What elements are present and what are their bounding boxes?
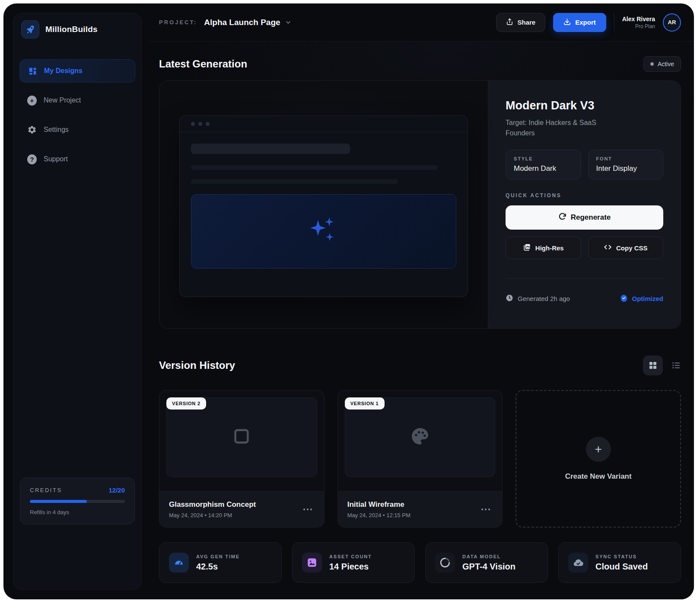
high-res-label: High-Res bbox=[535, 244, 564, 252]
optimized-status: Optimized bbox=[620, 294, 663, 303]
design-target: Target: Indie Hackers & SaaS Founders bbox=[506, 118, 623, 138]
page: MillionBuilds My Designs bbox=[0, 0, 700, 608]
sidebar-item-my-designs[interactable]: My Designs bbox=[19, 59, 135, 83]
user-name: Alex Rivera bbox=[622, 16, 655, 22]
browser-titlebar bbox=[180, 116, 468, 132]
design-info-panel: Modern Dark V3 Target: Indie Hackers & S… bbox=[488, 81, 681, 328]
stat-data-model: DATA MODEL GPT-4 Vision bbox=[425, 542, 548, 583]
view-toggle bbox=[643, 355, 681, 375]
version-thumbnail: VERSION 1 bbox=[345, 397, 496, 477]
credits-refill-note: Refills in 4 days bbox=[30, 509, 125, 515]
sidebar-item-settings[interactable]: Settings bbox=[19, 118, 135, 141]
list-view-button[interactable] bbox=[671, 361, 681, 370]
sidebar-nav: My Designs + New Project Settings bbox=[13, 59, 141, 171]
plus-icon: + bbox=[586, 437, 611, 462]
gauge-icon bbox=[169, 553, 189, 573]
dashboard-grid-icon bbox=[28, 66, 37, 76]
project-selector[interactable]: Alpha Launch Page bbox=[204, 18, 280, 27]
window-dot-icon bbox=[206, 122, 210, 126]
window-dot-icon bbox=[191, 122, 195, 126]
latest-generation-title: Latest Generation bbox=[159, 58, 247, 70]
window-outline-icon bbox=[232, 426, 251, 448]
user-info: Alex Rivera Pro Plan bbox=[622, 16, 655, 29]
clock-icon bbox=[506, 294, 513, 303]
more-options-icon[interactable] bbox=[479, 506, 493, 513]
create-new-variant-label: Create New Variant bbox=[565, 472, 632, 481]
export-button[interactable]: Export bbox=[553, 13, 606, 32]
credits-label: CREDITS bbox=[30, 487, 62, 493]
sidebar-item-label: Support bbox=[44, 155, 68, 163]
window-dot-icon bbox=[198, 122, 202, 126]
browser-body bbox=[180, 132, 468, 280]
share-button[interactable]: Share bbox=[496, 13, 546, 32]
skeleton-line bbox=[191, 179, 398, 184]
version-title: Glassmorphism Concept bbox=[169, 500, 256, 509]
panel-divider bbox=[506, 278, 663, 278]
palette-icon bbox=[410, 426, 430, 448]
status-badge-label: Active bbox=[658, 61, 674, 67]
share-label: Share bbox=[518, 19, 536, 26]
app-title: MillionBuilds bbox=[45, 25, 98, 34]
quick-actions-label: QUICK ACTIONS bbox=[506, 192, 663, 198]
main-zone: PROJECT: Alpha Launch Page Share bbox=[149, 3, 694, 599]
version-thumbnail: VERSION 2 bbox=[166, 397, 317, 477]
copy-css-button[interactable]: Copy CSS bbox=[588, 237, 664, 259]
sparkles-icon bbox=[308, 217, 340, 246]
high-res-button[interactable]: High-Res bbox=[506, 237, 581, 259]
status-badge: Active bbox=[643, 56, 681, 72]
sidebar: MillionBuilds My Designs bbox=[13, 13, 142, 590]
grid-view-button[interactable] bbox=[643, 355, 663, 375]
content: Latest Generation Active bbox=[149, 42, 694, 599]
avatar[interactable]: AR bbox=[663, 13, 681, 32]
sidebar-item-new-project[interactable]: + New Project bbox=[19, 89, 135, 112]
image-icon bbox=[302, 553, 322, 573]
stat-sync-status: SYNC STATUS Cloud Saved bbox=[558, 542, 681, 583]
topbar: PROJECT: Alpha Launch Page Share bbox=[149, 3, 694, 42]
skeleton-hero bbox=[191, 194, 456, 269]
version-card-1[interactable]: VERSION 1 bbox=[337, 390, 503, 528]
font-label: FONT bbox=[596, 156, 655, 161]
style-chip: STYLE Modern Dark bbox=[506, 150, 581, 179]
version-history-title: Version History bbox=[159, 359, 235, 371]
version-card-2[interactable]: VERSION 2 Glassmorphism Concept bbox=[159, 390, 325, 528]
image-stack-icon bbox=[523, 243, 531, 253]
version-date: May 24, 2024 • 14:20 PM bbox=[169, 512, 256, 518]
loader-icon bbox=[435, 553, 455, 573]
version-badge: VERSION 1 bbox=[345, 397, 385, 410]
status-dot-icon bbox=[650, 62, 654, 66]
chevron-down-icon bbox=[285, 19, 292, 26]
version-card-footer: Initial Wireframe May 24, 2024 • 12:15 P… bbox=[338, 491, 503, 527]
regenerate-button[interactable]: Regenerate bbox=[506, 205, 663, 230]
project-label: PROJECT: bbox=[159, 19, 197, 26]
design-preview bbox=[159, 81, 488, 328]
version-badge: VERSION 2 bbox=[166, 397, 206, 410]
refresh-icon bbox=[558, 212, 566, 223]
topbar-divider bbox=[614, 13, 614, 32]
version-grid: VERSION 2 Glassmorphism Concept bbox=[159, 390, 681, 528]
credits-card: CREDITS 12/20 Refills in 4 days bbox=[20, 477, 135, 525]
version-card-footer: Glassmorphism Concept May 24, 2024 • 14:… bbox=[159, 491, 324, 527]
more-options-icon[interactable] bbox=[301, 506, 315, 513]
style-label: STYLE bbox=[514, 156, 573, 161]
rocket-icon bbox=[21, 20, 39, 38]
style-value: Modern Dark bbox=[514, 164, 573, 173]
user-plan: Pro Plan bbox=[622, 23, 655, 29]
sidebar-item-label: My Designs bbox=[44, 67, 83, 75]
design-title: Modern Dark V3 bbox=[506, 99, 663, 112]
sidebar-item-support[interactable]: ? Support bbox=[19, 147, 135, 171]
share-icon bbox=[506, 18, 513, 27]
sidebar-item-label: Settings bbox=[44, 126, 69, 134]
font-value: Inter Display bbox=[596, 164, 655, 173]
regenerate-label: Regenerate bbox=[571, 213, 611, 222]
credits-progress bbox=[30, 500, 125, 503]
font-chip: FONT Inter Display bbox=[588, 150, 664, 179]
latest-generation-card: Modern Dark V3 Target: Indie Hackers & S… bbox=[159, 80, 681, 329]
stat-avg-gen-time: AVG GEN TIME 42.5s bbox=[159, 542, 282, 583]
plus-circle-icon: + bbox=[27, 96, 37, 105]
credits-value: 12/20 bbox=[108, 486, 125, 494]
create-new-variant-button[interactable]: + Create New Variant bbox=[515, 390, 681, 528]
app-window: MillionBuilds My Designs bbox=[3, 3, 694, 599]
verified-badge-icon bbox=[620, 294, 628, 303]
export-label: Export bbox=[575, 19, 596, 26]
question-circle-icon: ? bbox=[27, 154, 37, 164]
